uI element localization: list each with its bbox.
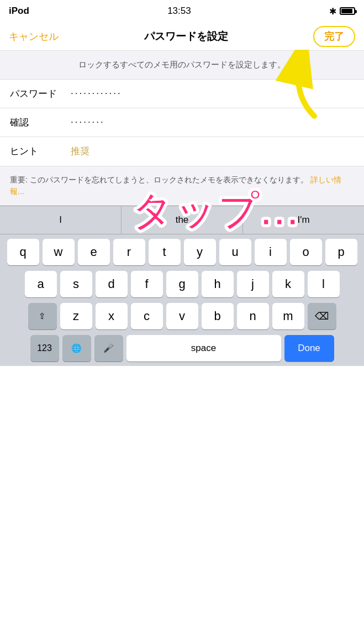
- key-k[interactable]: k: [272, 271, 304, 297]
- keyboard-row-3: ⇧ z x c v b n m ⌫: [2, 303, 362, 329]
- key-o[interactable]: o: [290, 239, 322, 265]
- key-z[interactable]: z: [60, 303, 92, 329]
- keyboard-row-1: q w e r t y u i o p: [2, 239, 362, 265]
- space-button[interactable]: space: [126, 335, 281, 362]
- confirm-label: 確認: [10, 116, 71, 129]
- nav-bar: キャンセル パスワードを設定 完了: [0, 22, 364, 51]
- confirm-value[interactable]: ········: [71, 117, 354, 128]
- key-m[interactable]: m: [272, 303, 304, 329]
- shift-button[interactable]: ⇧: [28, 303, 57, 329]
- key-t[interactable]: t: [149, 239, 181, 265]
- numbers-button[interactable]: 123: [30, 335, 59, 362]
- key-x[interactable]: x: [96, 303, 128, 329]
- key-c[interactable]: c: [131, 303, 163, 329]
- password-row: パスワード ············: [0, 80, 364, 108]
- key-p[interactable]: p: [325, 239, 357, 265]
- key-q[interactable]: q: [7, 239, 39, 265]
- key-h[interactable]: h: [202, 271, 234, 297]
- mic-button[interactable]: 🎤: [94, 335, 123, 362]
- password-value[interactable]: ············: [71, 88, 354, 99]
- autocomplete-bar: I the I'm: [0, 206, 364, 234]
- key-f[interactable]: f: [131, 271, 163, 297]
- hint-placeholder[interactable]: 推奨: [71, 145, 89, 158]
- autocomplete-item-the[interactable]: the: [122, 206, 243, 234]
- keyboard-row-2: a s d f g h j k l: [2, 271, 362, 297]
- key-u[interactable]: u: [219, 239, 251, 265]
- hint-row: ヒント 推奨: [0, 137, 364, 166]
- key-j[interactable]: j: [237, 271, 269, 297]
- clock: 13:53: [167, 6, 191, 17]
- warning-section: 重要: このパスワードを忘れてしまうと、ロックされたメモを表示できなくなります。…: [0, 166, 364, 206]
- warning-text: 重要: このパスワードを忘れてしまうと、ロックされたメモを表示できなくなります。: [10, 175, 308, 184]
- key-l[interactable]: l: [308, 271, 340, 297]
- status-icons: ✱: [329, 6, 355, 17]
- key-i[interactable]: i: [255, 239, 287, 265]
- battery-icon: [340, 7, 355, 15]
- status-bar: iPod 13:53 ✱: [0, 0, 364, 22]
- form-section: パスワード ············ 確認 ········ ヒント 推奨: [0, 80, 364, 166]
- globe-button[interactable]: 🌐: [62, 335, 91, 362]
- key-b[interactable]: b: [202, 303, 234, 329]
- cancel-button[interactable]: キャンセル: [9, 30, 59, 43]
- confirm-row: 確認 ········: [0, 108, 364, 137]
- device-name: iPod: [9, 6, 29, 17]
- key-d[interactable]: d: [96, 271, 128, 297]
- key-n[interactable]: n: [237, 303, 269, 329]
- hint-label: ヒント: [10, 145, 71, 158]
- keyboard: q w e r t y u i o p a s d f g h j k l ⇧ …: [0, 234, 364, 366]
- key-g[interactable]: g: [166, 271, 198, 297]
- delete-button[interactable]: ⌫: [308, 303, 336, 329]
- key-y[interactable]: y: [184, 239, 216, 265]
- password-label: パスワード: [10, 87, 71, 100]
- autocomplete-item-I[interactable]: I: [0, 206, 122, 234]
- key-e[interactable]: e: [78, 239, 110, 265]
- keyboard-done-button[interactable]: Done: [284, 335, 334, 362]
- done-button[interactable]: 完了: [313, 26, 355, 47]
- key-w[interactable]: w: [43, 239, 75, 265]
- description-text: ロックするすべてのメモ用のパスワードを設定します。: [0, 51, 364, 80]
- autocomplete-item-im[interactable]: I'm: [243, 206, 364, 234]
- key-r[interactable]: r: [113, 239, 145, 265]
- key-v[interactable]: v: [166, 303, 198, 329]
- key-a[interactable]: a: [25, 271, 57, 297]
- bluetooth-icon: ✱: [329, 6, 336, 17]
- page-title: パスワードを設定: [144, 29, 228, 44]
- key-s[interactable]: s: [60, 271, 92, 297]
- keyboard-bottom-row: 123 🌐 🎤 space Done: [2, 335, 362, 362]
